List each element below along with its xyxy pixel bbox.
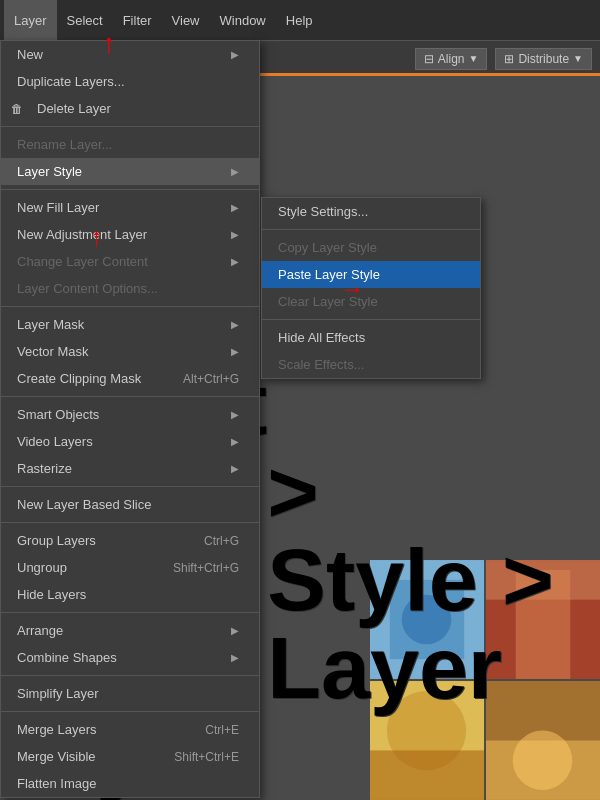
layer-menu-item[interactable]: Hide Layers — [1, 581, 259, 608]
layer-menu-item: Change Layer Content▶ — [1, 248, 259, 275]
layer-menu-item[interactable]: Simplify Layer — [1, 680, 259, 707]
svg-point-2 — [402, 595, 452, 645]
layer-menu-item[interactable]: New Adjustment Layer▶ — [1, 221, 259, 248]
submenu-arrow-icon: ▶ — [231, 652, 239, 663]
menu-item-label: Duplicate Layers... — [17, 74, 125, 89]
toolbar-right: ⊟ Align ▼ ⊞ Distribute ▼ — [415, 48, 592, 70]
menu-window[interactable]: Window — [210, 0, 276, 40]
submenu-item-label: Scale Effects... — [278, 357, 364, 372]
menu-item-label: Arrange — [17, 623, 63, 638]
menu-view[interactable]: View — [162, 0, 210, 40]
layer-menu-item[interactable]: New Layer Based Slice — [1, 491, 259, 518]
menu-filter[interactable]: Filter — [113, 0, 162, 40]
submenu-arrow-icon: ▶ — [231, 463, 239, 474]
menu-help[interactable]: Help — [276, 0, 323, 40]
menu-item-label: Rename Layer... — [17, 137, 112, 152]
photo-3 — [370, 681, 484, 800]
red-arrow-layer-style-indicator: ↑ — [90, 222, 103, 253]
svg-rect-8 — [370, 750, 484, 800]
distribute-icon: ⊞ — [504, 52, 514, 66]
menu-separator — [1, 711, 259, 712]
menu-item-label: Simplify Layer — [17, 686, 99, 701]
menu-item-label: Layer Mask — [17, 317, 84, 332]
layer-menu-item[interactable]: UngroupShift+Ctrl+G — [1, 554, 259, 581]
menu-item-label: Flatten Image — [17, 776, 97, 791]
layer-menu-item[interactable]: 🗑Delete Layer — [1, 95, 259, 122]
menu-separator — [1, 612, 259, 613]
photo-2 — [486, 560, 600, 679]
menu-separator — [1, 522, 259, 523]
layer-menu-item[interactable]: Flatten Image — [1, 770, 259, 797]
menu-item-label: Hide Layers — [17, 587, 86, 602]
submenu-arrow-icon: ▶ — [231, 166, 239, 177]
submenu-arrow-icon: ▶ — [231, 229, 239, 240]
menu-item-label: Merge Layers — [17, 722, 96, 737]
menu-item-label: Layer Style — [17, 164, 82, 179]
menu-item-label: Video Layers — [17, 434, 93, 449]
layer-menu-item[interactable]: Arrange▶ — [1, 617, 259, 644]
layer-style-submenu-item: Clear Layer Style — [262, 288, 480, 315]
photo-1 — [370, 560, 484, 679]
menu-item-label: New Layer Based Slice — [17, 497, 151, 512]
layer-menu-item[interactable]: Vector Mask▶ — [1, 338, 259, 365]
submenu-item-label: Hide All Effects — [278, 330, 365, 345]
menu-separator — [1, 396, 259, 397]
menubar: Layer Select Filter View Window Help — [0, 0, 600, 40]
layer-menu-item[interactable]: New▶ — [1, 41, 259, 68]
menu-item-label: Vector Mask — [17, 344, 89, 359]
red-arrow-paste-indicator: → — [340, 275, 364, 303]
layer-menu-item: Layer Content Options... — [1, 275, 259, 302]
submenu-arrow-icon: ▶ — [231, 346, 239, 357]
layer-menu-item[interactable]: New Fill Layer▶ — [1, 194, 259, 221]
layer-menu-item[interactable]: Rasterize▶ — [1, 455, 259, 482]
submenu-arrow-icon: ▶ — [231, 256, 239, 267]
photo-cell-3 — [370, 681, 484, 800]
menu-item-label: New Adjustment Layer — [17, 227, 147, 242]
distribute-button[interactable]: ⊞ Distribute ▼ — [495, 48, 592, 70]
menu-separator — [1, 486, 259, 487]
align-dropdown-arrow: ▼ — [469, 53, 479, 64]
menu-item-label: Group Layers — [17, 533, 96, 548]
layer-menu-item[interactable]: Video Layers▶ — [1, 428, 259, 455]
layer-menu-item[interactable]: Combine Shapes▶ — [1, 644, 259, 671]
menu-layer[interactable]: Layer — [4, 0, 57, 40]
menu-separator — [1, 675, 259, 676]
layer-menu-item[interactable]: Layer Mask▶ — [1, 311, 259, 338]
submenu-item-label: Paste Layer Style — [278, 267, 380, 282]
layer-menu-item[interactable]: Group LayersCtrl+G — [1, 527, 259, 554]
layer-menu-item[interactable]: Layer Style▶ — [1, 158, 259, 185]
layer-menu-item[interactable]: Create Clipping MaskAlt+Ctrl+G — [1, 365, 259, 392]
layer-style-submenu-item[interactable]: Style Settings... — [262, 198, 480, 225]
distribute-dropdown-arrow: ▼ — [573, 53, 583, 64]
layer-menu-item[interactable]: Merge LayersCtrl+E — [1, 716, 259, 743]
submenu-item-label: Copy Layer Style — [278, 240, 377, 255]
menu-item-shortcut: Ctrl+E — [205, 723, 239, 737]
menu-item-label: New Fill Layer — [17, 200, 99, 215]
photo-grid — [370, 560, 600, 800]
menu-item-label: Rasterize — [17, 461, 72, 476]
layer-menu-item[interactable]: Smart Objects▶ — [1, 401, 259, 428]
submenu-arrow-icon: ▶ — [231, 49, 239, 60]
menu-item-label: Smart Objects — [17, 407, 99, 422]
photo-4 — [486, 681, 600, 800]
layer-menu-item: Rename Layer... — [1, 131, 259, 158]
menu-item-label: Combine Shapes — [17, 650, 117, 665]
menu-item-label: Create Clipping Mask — [17, 371, 141, 386]
submenu-arrow-icon: ▶ — [231, 436, 239, 447]
align-button[interactable]: ⊟ Align ▼ — [415, 48, 488, 70]
submenu-arrow-icon: ▶ — [231, 202, 239, 213]
layer-style-submenu-item[interactable]: Hide All Effects — [262, 324, 480, 351]
menu-item-shortcut: Shift+Ctrl+G — [173, 561, 239, 575]
submenu-arrow-icon: ▶ — [231, 409, 239, 420]
menu-separator — [1, 189, 259, 190]
layer-style-submenu-item[interactable]: Paste Layer Style — [262, 261, 480, 288]
layer-menu-item[interactable]: Merge VisibleShift+Ctrl+E — [1, 743, 259, 770]
submenu-arrow-icon: ▶ — [231, 319, 239, 330]
photo-cell-4 — [486, 681, 600, 800]
photo-cell-2 — [486, 560, 600, 679]
svg-point-11 — [513, 731, 572, 790]
menu-item-shortcut: Alt+Ctrl+G — [183, 372, 239, 386]
layer-menu-item[interactable]: Duplicate Layers... — [1, 68, 259, 95]
menu-item-label: Delete Layer — [37, 101, 111, 116]
menu-item-shortcut: Ctrl+G — [204, 534, 239, 548]
